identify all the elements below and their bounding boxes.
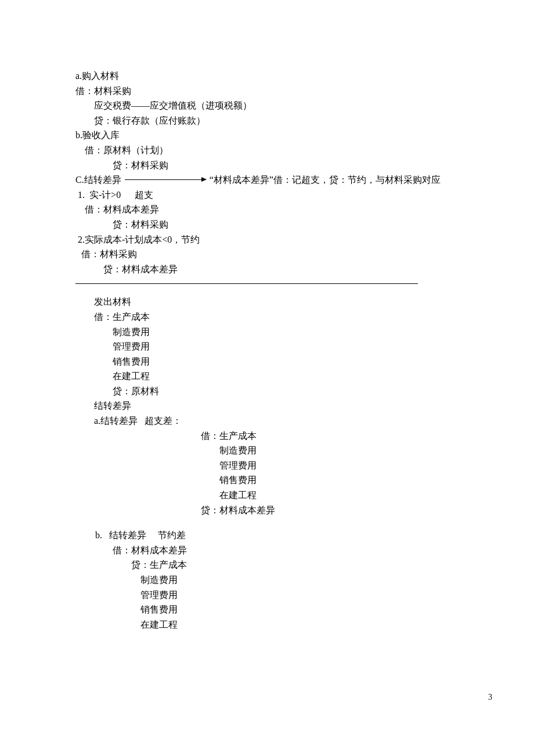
section-a-line3: 贷：银行存款（应付账款）	[75, 113, 459, 128]
issue-line2: 制造费用	[75, 325, 459, 340]
section-c1-line2: 贷：材料采购	[75, 217, 459, 232]
section-c-title: C.结转差异	[75, 172, 121, 188]
transfer-a-line1: 借：生产成本	[75, 429, 459, 444]
transfer-a-line5: 在建工程	[75, 488, 459, 503]
transfer-b-line4: 管理费用	[75, 588, 459, 603]
issue-title: 发出材料	[75, 294, 459, 309]
section-c2-line1: 借：材料采购	[75, 247, 459, 262]
transfer-a-head: a.结转差异 超支差：	[75, 413, 459, 429]
section-a-line2: 应交税费——应交增值税（进项税额）	[75, 98, 459, 113]
section-c1-line1: 借：材料成本差异	[75, 202, 459, 217]
section-c1-head: 1. 实-计>0 超支	[75, 188, 459, 203]
transfer-b-line5: 销售费用	[75, 602, 459, 617]
issue-line6: 贷：原材料	[75, 384, 459, 399]
section-c-row: C.结转差异 “材料成本差异”借：记超支，贷：节约，与材料采购对应	[75, 172, 459, 188]
document-body: a.购入材料 借：材料采购 应交税费——应交增值税（进项税额） 贷：银行存款（应…	[0, 0, 534, 632]
issue-line3: 管理费用	[75, 339, 459, 354]
transfer-a-line2: 制造费用	[75, 443, 459, 458]
section-b-line1: 借：原材料（计划）	[75, 143, 459, 158]
transfer-b-line6: 在建工程	[75, 617, 459, 632]
divider	[75, 283, 418, 284]
transfer-a-line4: 销售费用	[75, 473, 459, 488]
transfer-b-line3: 制造费用	[75, 573, 459, 588]
transfer-a-line3: 管理费用	[75, 458, 459, 473]
section-c2-line2: 贷：材料成本差异	[75, 262, 459, 277]
transfer-b-head: b. 结转差异 节约差	[75, 528, 459, 543]
issue-line5: 在建工程	[75, 369, 459, 384]
transfer-title: 结转差异	[75, 398, 459, 413]
section-c-note: “材料成本差异”借：记超支，贷：节约，与材料采购对应	[210, 172, 441, 188]
section-a-line1: 借：材料采购	[75, 84, 459, 99]
page-number: 3	[488, 691, 492, 704]
section-a-title: a.购入材料	[75, 69, 459, 84]
transfer-b-line1: 借：材料成本差异	[75, 543, 459, 558]
section-b-line2: 贷：材料采购	[75, 158, 459, 173]
issue-line4: 销售费用	[75, 354, 459, 369]
section-b-title: b.验收入库	[75, 128, 459, 143]
arrow-icon	[125, 179, 206, 180]
transfer-a-line6: 贷：材料成本差异	[75, 503, 459, 518]
issue-line1: 借：生产成本	[75, 309, 459, 325]
section-c2-head: 2.实际成本-计划成本<0，节约	[75, 232, 459, 247]
transfer-b-line2: 贷：生产成本	[75, 557, 459, 573]
